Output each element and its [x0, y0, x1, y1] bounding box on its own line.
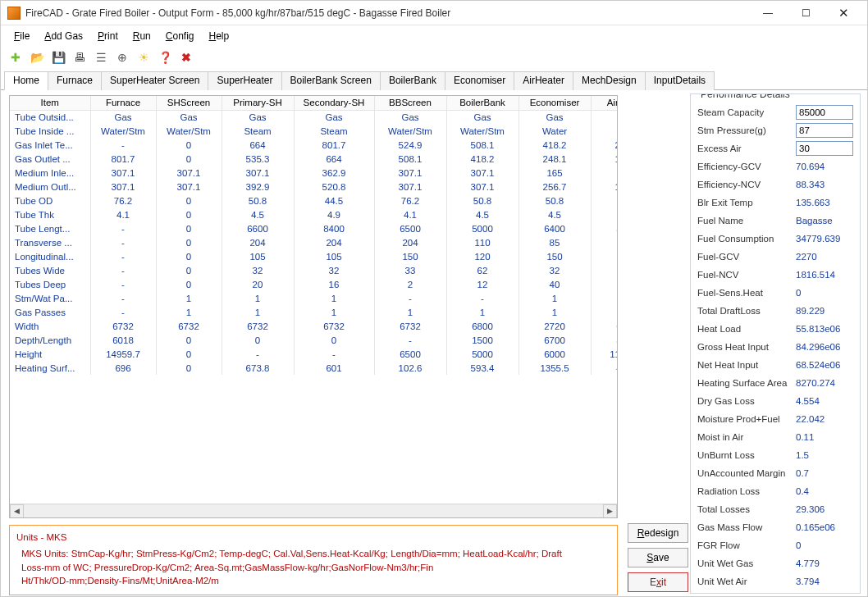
table-cell: 0 — [156, 207, 222, 221]
table-row[interactable]: Tubes Wide-0323233623278 — [10, 263, 617, 277]
menu-run[interactable]: Run — [128, 29, 156, 43]
save-icon[interactable]: 💾 — [50, 49, 66, 66]
table-row[interactable]: Tube Lengt...-0660084006500500064003500 — [10, 221, 617, 235]
table-cell: 6732 — [222, 319, 294, 333]
help-icon[interactable]: ❓ — [157, 49, 173, 66]
table-cell: 1 — [446, 305, 519, 319]
table-row[interactable]: Medium Outl...307.1307.1392.9520.8307.13… — [10, 180, 617, 194]
perf-row: Unit Wet Gas4.779 — [697, 555, 853, 571]
column-header[interactable]: Item — [10, 96, 90, 110]
table-row[interactable]: Transverse ...-02042042041108585 — [10, 235, 617, 249]
column-header[interactable]: Primary-SH — [222, 96, 294, 110]
save-button[interactable]: Save — [628, 548, 688, 567]
table-cell: 26 — [591, 277, 617, 291]
row-label: Gas Passes — [10, 305, 90, 319]
perf-row: Total DraftLoss89.229 — [697, 303, 853, 318]
table-cell: 165 — [519, 166, 591, 180]
table-row[interactable]: Heating Surf...6960673.8601102.6593.4135… — [10, 361, 617, 375]
menu-config[interactable]: Config — [161, 29, 199, 43]
tab-superheater[interactable]: SuperHeater — [208, 71, 281, 90]
maximize-button[interactable]: ☐ — [787, 1, 825, 25]
table-row[interactable]: Tube Outsid...GasGasGasGasGasGasGasAir — [10, 110, 617, 124]
table-row[interactable]: Tubes Deep-020162124026 — [10, 277, 617, 291]
row-label: Gas Outlet ... — [10, 152, 90, 166]
table-row[interactable]: Depth/Length6018000-150067003500 — [10, 333, 617, 347]
sun-icon[interactable]: ☀ — [135, 49, 152, 66]
menu-help[interactable]: Help — [204, 29, 235, 43]
menu-file[interactable]: File — [9, 29, 34, 43]
column-header[interactable]: Secondary-SH — [294, 96, 374, 110]
perf-label: Gas Mass Flow — [697, 522, 796, 532]
table-row[interactable]: Gas Outlet ...801.70535.3664508.1418.224… — [10, 152, 617, 166]
app-icon — [7, 7, 21, 20]
tab-inputdetails[interactable]: InputDetails — [645, 71, 715, 90]
table-cell: 204 — [374, 235, 446, 249]
perf-row: Fuel NameBagasse — [697, 212, 853, 228]
minimize-button[interactable]: — — [749, 1, 787, 25]
column-header[interactable]: Furnace — [90, 96, 156, 110]
tab-economiser[interactable]: Economiser — [445, 71, 514, 90]
column-header[interactable]: AirHeater — [591, 96, 617, 110]
perf-row: Efficiency-NCV88.343 — [697, 176, 853, 192]
new-icon[interactable]: ✚ — [7, 49, 24, 66]
table-cell: 12 — [446, 277, 519, 291]
tab-mechdesign[interactable]: MechDesign — [573, 71, 646, 90]
column-header[interactable]: SHScreen — [156, 96, 222, 110]
table-row[interactable]: Tube Thk4.104.54.94.14.54.52.7 — [10, 207, 617, 221]
perf-value: 1.5 — [796, 450, 853, 460]
table-cell: 1 — [519, 291, 591, 305]
redesign-button[interactable]: Redesign — [628, 523, 688, 543]
table-cell: - — [90, 235, 156, 249]
table-row[interactable]: Tube OD76.2050.844.576.250.850.863.5 — [10, 194, 617, 207]
tab-airheater[interactable]: AirHeater — [514, 71, 573, 90]
table-cell: 85 — [591, 235, 617, 249]
table-cell: 2720 — [519, 319, 591, 333]
column-header[interactable]: Economiser — [519, 96, 591, 110]
table-row[interactable]: Longitudinal...-010510515012015085 — [10, 249, 617, 263]
table-cell: 1 — [294, 291, 374, 305]
column-header[interactable]: BBScreen — [374, 96, 446, 110]
menu-print[interactable]: Print — [93, 29, 123, 43]
stm-pressure-input[interactable] — [796, 123, 853, 138]
perf-row: Efficiency-GCV70.694 — [697, 158, 853, 174]
perf-label: Heat Load — [697, 324, 796, 334]
steam-capacity-label: Steam Capacity — [697, 107, 796, 117]
delete-icon[interactable]: ✖ — [178, 49, 194, 66]
table-row[interactable]: Width67326732673267326732680027206630 — [10, 319, 617, 333]
exit-button[interactable]: Exit — [628, 572, 688, 592]
open-icon[interactable]: 📂 — [29, 49, 45, 66]
steam-capacity-input[interactable] — [796, 105, 853, 120]
table-cell: 6732 — [90, 319, 156, 333]
menu-add-gas[interactable]: Add Gas — [39, 29, 88, 43]
target-icon[interactable]: ⊕ — [114, 49, 130, 66]
table-cell: 1 — [222, 305, 294, 319]
tab-boilerbank-screen[interactable]: BoilerBank Screen — [281, 71, 381, 90]
scroll-left-icon[interactable]: ◀ — [10, 504, 24, 518]
excess-air-input[interactable] — [796, 141, 853, 156]
table-row[interactable]: Height14959.70--65005000600011261.3 — [10, 347, 617, 361]
table-row[interactable]: Stm/Wat Pa...-111--11 — [10, 291, 617, 305]
units-line: Loss-mm of WC; PressureDrop-Kg/Cm2; Area… — [21, 561, 610, 575]
table-row[interactable]: Gas Inlet Te...-0664801.7524.9508.1418.2… — [10, 138, 617, 152]
tab-furnace[interactable]: Furnace — [48, 71, 102, 90]
scroll-track[interactable] — [24, 504, 603, 518]
tab-superheater-screen[interactable]: SuperHeater Screen — [101, 71, 208, 90]
horizontal-scrollbar[interactable]: ◀ ▶ — [10, 504, 617, 517]
perf-label: Fuel Consumption — [697, 234, 796, 244]
tab-home[interactable]: Home — [4, 71, 48, 90]
print-icon[interactable]: 🖶 — [71, 49, 88, 66]
column-header[interactable]: BoilerBank — [446, 96, 519, 110]
table-row[interactable]: Gas Passes-1111113 — [10, 305, 617, 319]
list-icon[interactable]: ☰ — [93, 49, 109, 66]
table-row[interactable]: Medium Inle...307.1307.1307.1362.9307.13… — [10, 166, 617, 180]
table-cell: 307.1 — [446, 180, 519, 194]
perf-label: Fuel-Sens.Heat — [697, 288, 796, 298]
perf-row: Unit Wet Air3.794 — [697, 573, 853, 589]
performance-panel: Performance Details Steam Capacity Stm P… — [690, 93, 861, 594]
table-cell: 6500 — [374, 347, 446, 361]
scroll-right-icon[interactable]: ▶ — [603, 504, 617, 518]
table-row[interactable]: Tube Inside ...Water/StmWater/StmSteamSt… — [10, 124, 617, 138]
close-button[interactable]: ✕ — [825, 1, 862, 25]
tab-boilerbank[interactable]: BoilerBank — [380, 71, 445, 90]
table-cell: 26.6 — [591, 166, 617, 180]
